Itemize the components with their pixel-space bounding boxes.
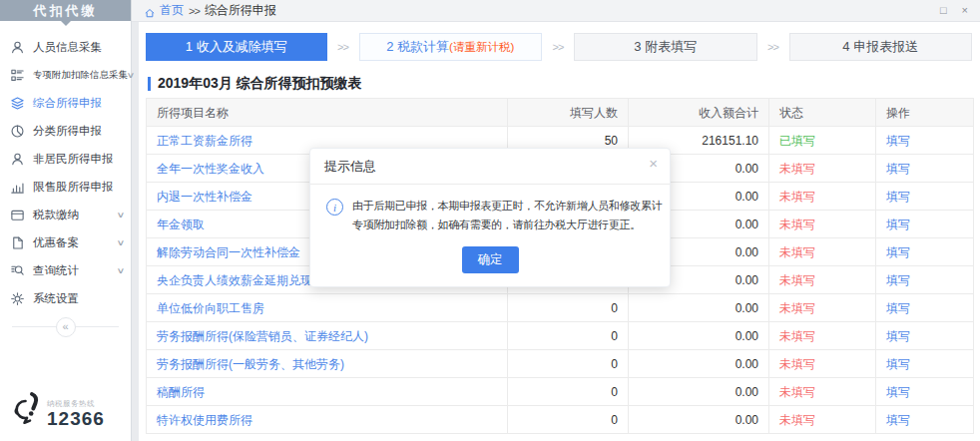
sidebar-item-5[interactable]: 限售股所得申报	[0, 173, 131, 201]
sidebar-item-7[interactable]: 优惠备案 ∨	[0, 228, 131, 256]
fill-action-link[interactable]: 填写	[876, 238, 973, 265]
fill-count-value: 0	[508, 406, 629, 433]
dialog-message-line2: 专项附加扣除额，如确有需要的，请前往办税大厅进行更正。	[352, 216, 662, 234]
wallet-icon	[10, 208, 25, 222]
fill-action-link[interactable]: 填写	[876, 155, 973, 182]
income-name-link[interactable]: 单位低价向职工售房	[147, 294, 508, 321]
breadcrumb-home[interactable]: 首页	[160, 2, 184, 19]
fill-action-link[interactable]: 填写	[876, 322, 973, 349]
table-row: 劳务报酬所得(保险营销员、证券经纪人) 0 0.00 未填写 填写	[147, 322, 973, 350]
status-badge: 未填写	[769, 322, 876, 349]
step-separator: >>	[757, 41, 789, 53]
step-tab-4[interactable]: 4 申报表报送	[789, 33, 973, 61]
maximize-icon[interactable]: □	[940, 5, 947, 16]
dialog-header: 提示信息 ×	[310, 149, 670, 185]
fill-action-link[interactable]: 填写	[876, 350, 973, 377]
fill-action-link[interactable]: 填写	[876, 406, 973, 433]
sidebar-item-2[interactable]: 综合所得申报	[0, 89, 131, 117]
step-tab-2[interactable]: 2 税款计算(请重新计税)	[359, 33, 543, 61]
dialog-message: 由于后期已申报，本期申报表更正时，不允许新增人员和修改累计 专项附加扣除额，如确…	[352, 197, 662, 235]
gear-icon	[10, 291, 25, 306]
fill-action-link[interactable]: 填写	[876, 266, 973, 293]
sidebar-item-label: 人员信息采集	[33, 40, 102, 55]
alert-dialog: 提示信息 × i 由于后期已申报，本期申报表更正时，不允许新增人员和修改累计 专…	[309, 148, 671, 287]
dialog-message-line1: 由于后期已申报，本期申报表更正时，不允许新增人员和修改累计	[352, 197, 662, 216]
fill-action-link[interactable]: 填写	[876, 211, 973, 237]
sidebar-item-3[interactable]: 分类所得申报	[0, 117, 131, 145]
layers-icon	[10, 96, 25, 111]
confirm-button[interactable]: 确定	[462, 246, 519, 273]
dialog-close-icon[interactable]: ×	[649, 156, 658, 171]
status-badge: 未填写	[769, 350, 876, 377]
sidebar-item-label: 系统设置	[33, 291, 79, 306]
income-total-value: 0.00	[629, 350, 769, 377]
sidebar-item-label: 非居民所得申报	[33, 152, 114, 167]
breadcrumb-bar: 首页 >> 综合所得申报 □ ×	[132, 0, 980, 22]
sidebar-divider: «	[12, 326, 119, 327]
sidebar-item-8[interactable]: 查询统计 ∨	[0, 256, 131, 284]
sidebar-item-6[interactable]: 税款缴纳 ∨	[0, 201, 131, 228]
sidebar-item-1[interactable]: 专项附加扣除信息采集 ∨	[0, 61, 131, 89]
table-row: 特许权使用费所得 0 0.00 未填写 填写	[147, 406, 973, 434]
sidebar: 代扣代缴 人员信息采集 专项附加扣除信息采集 ∨ 综合所得申报 分类所得申报 非…	[0, 0, 132, 441]
breadcrumb-current: 综合所得申报	[205, 2, 276, 19]
fill-count-value: 0	[508, 322, 629, 349]
page-title-row: 2019年03月 综合所得预扣预缴表	[148, 75, 974, 93]
sidebar-item-label: 限售股所得申报	[33, 180, 114, 195]
fill-action-link[interactable]: 填写	[876, 127, 973, 154]
fill-count-value: 0	[508, 294, 629, 321]
chevron-down-icon: ∨	[117, 238, 126, 247]
sidebar-item-4[interactable]: 非居民所得申报	[0, 145, 131, 173]
step-tab-3[interactable]: 3 附表填写	[574, 33, 757, 61]
header-action: 操作	[876, 99, 973, 126]
sidebar-item-label: 税款缴纳	[33, 208, 79, 222]
fill-action-link[interactable]: 填写	[876, 183, 973, 210]
step-separator: >>	[542, 41, 574, 53]
fill-action-link[interactable]: 填写	[876, 294, 973, 321]
close-icon[interactable]: ×	[962, 5, 968, 16]
income-name-link[interactable]: 劳务报酬所得(保险营销员、证券经纪人)	[147, 322, 508, 349]
search-icon	[10, 263, 25, 278]
hotline-logo-icon	[12, 391, 44, 431]
pie-icon	[10, 124, 25, 139]
document-icon	[10, 235, 25, 250]
form-icon	[10, 68, 25, 83]
sidebar-item-label: 查询统计	[33, 263, 79, 278]
status-badge: 未填写	[769, 406, 876, 433]
hotline-number: 12366	[47, 409, 105, 429]
income-total-value: 0.00	[629, 322, 769, 349]
income-name-link[interactable]: 劳务报酬所得(一般劳务、其他劳务)	[147, 350, 508, 377]
status-badge: 未填写	[769, 183, 876, 210]
fill-action-link[interactable]: 填写	[876, 378, 973, 405]
sidebar-item-9[interactable]: 系统设置	[0, 284, 131, 312]
table-row: 单位低价向职工售房 0 0.00 未填写 填写	[147, 294, 973, 322]
page-title: 2019年03月 综合所得预扣预缴表	[158, 75, 362, 93]
income-total-value: 0.00	[629, 378, 769, 405]
sidebar-collapse-button[interactable]: «	[56, 317, 76, 337]
sidebar-item-0[interactable]: 人员信息采集	[0, 33, 131, 61]
income-total-value: 0.00	[629, 406, 769, 433]
step-wizard: 1 收入及减除填写>>2 税款计算(请重新计税)>>3 附表填写>>4 申报表报…	[146, 33, 972, 61]
window-controls: □ ×	[940, 5, 968, 16]
income-name-link[interactable]: 特许权使用费所得	[147, 406, 508, 433]
title-accent-bar	[148, 77, 151, 91]
dialog-body: i 由于后期已申报，本期申报表更正时，不允许新增人员和修改累计 专项附加扣除额，…	[310, 185, 670, 235]
fill-count-value: 0	[508, 378, 629, 405]
app-title: 代扣代缴	[0, 0, 131, 21]
sidebar-item-label: 综合所得申报	[33, 96, 102, 111]
sidebar-item-label: 分类所得申报	[33, 124, 102, 139]
status-badge: 未填写	[769, 155, 876, 182]
step-separator: >>	[327, 41, 359, 53]
income-name-link[interactable]: 稿酬所得	[147, 378, 508, 405]
status-badge: 未填写	[769, 378, 876, 405]
step-tab-1[interactable]: 1 收入及减除填写	[146, 33, 327, 61]
chevron-down-icon: ∨	[117, 266, 126, 275]
chevron-down-icon: ∨	[117, 211, 126, 220]
info-icon: i	[326, 199, 343, 216]
hotline-block: 纳税服务热线 12366	[12, 391, 105, 431]
sidebar-header-arrow	[61, 21, 71, 26]
header-status: 状态	[769, 99, 876, 126]
sidebar-item-label: 优惠备案	[33, 235, 79, 250]
header-income-name: 所得项目名称	[147, 99, 508, 126]
breadcrumb-separator: >>	[189, 5, 200, 17]
